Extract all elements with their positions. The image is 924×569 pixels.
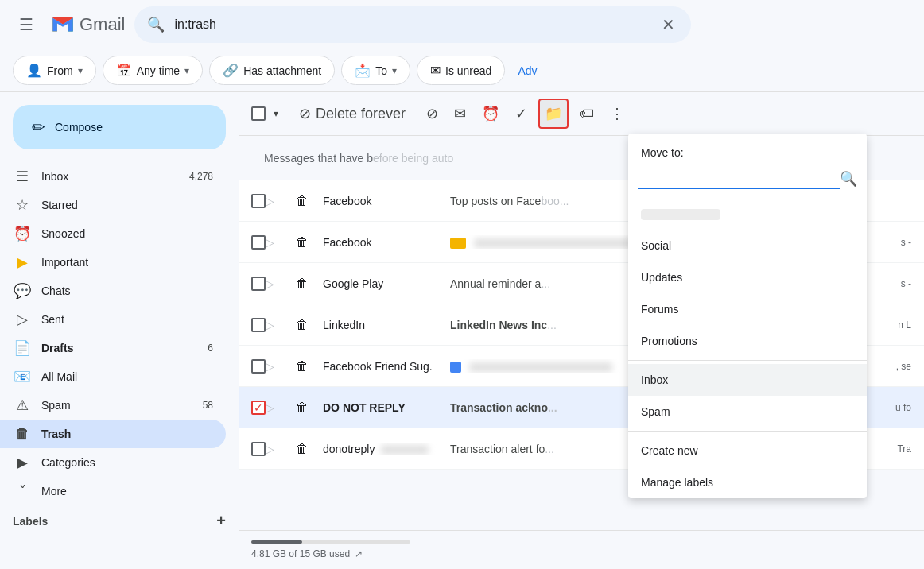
any-time-filter[interactable]: 📅 Any time ▾ (103, 56, 203, 85)
delete-forever-button[interactable]: ⊘ Delete forever (289, 100, 415, 127)
is-unread-label: Is unread (445, 64, 491, 77)
snooze-button[interactable]: ⏰ (477, 100, 504, 127)
calendar-icon: 📅 (116, 63, 132, 78)
all-mail-label: All Mail (41, 370, 213, 383)
gmail-wordmark: Gmail (80, 14, 125, 35)
storage-fill (251, 540, 302, 544)
drafts-label: Drafts (41, 342, 208, 354)
sidebar-item-drafts[interactable]: 📄 Drafts 6 (0, 334, 226, 362)
email-checkbox-5[interactable] (251, 359, 266, 374)
select-dropdown-button[interactable]: ▾ (269, 103, 283, 124)
blurred-label-item (628, 199, 867, 230)
move-to-forums[interactable]: Forums (628, 293, 867, 325)
move-to-search-icon: 🔍 (840, 170, 857, 188)
main-content: ✏ Compose ☰ Inbox 4,278 ☆ Starred ⏰ Snoo… (0, 92, 924, 569)
email-sender-5: Facebook Friend Sug. (323, 360, 450, 373)
sidebar: ✏ Compose ☰ Inbox 4,278 ☆ Starred ⏰ Snoo… (0, 92, 239, 569)
sidebar-item-chats[interactable]: 💬 Chats (0, 277, 226, 305)
blurred-label (641, 209, 720, 220)
labels-text: Labels (13, 515, 48, 528)
sidebar-item-trash[interactable]: 🗑 Trash (0, 420, 226, 448)
is-unread-filter[interactable]: ✉ Is unread (417, 56, 505, 85)
drafts-icon: 📄 (13, 339, 32, 357)
select-all-checkbox[interactable] (251, 106, 266, 121)
email-checkbox-4[interactable] (251, 318, 266, 332)
move-to-promotions[interactable]: Promotions (628, 325, 867, 357)
any-time-chevron: ▾ (184, 65, 189, 76)
sender-icon-6: 🗑 (291, 397, 313, 419)
starred-label: Starred (41, 199, 213, 211)
email-sender-1: Facebook (323, 195, 450, 207)
move-to-spam[interactable]: Spam (628, 396, 867, 428)
compose-icon: ✏ (32, 118, 45, 137)
email-sender-2: Facebook (323, 236, 450, 249)
inbox-label: Inbox (41, 170, 189, 183)
sent-icon: ▷ (13, 311, 32, 328)
sender-icon-1: 🗑 (291, 190, 313, 212)
labels-section-header: Labels + (0, 505, 239, 536)
move-to-social[interactable]: Social (628, 230, 867, 261)
compose-button[interactable]: ✏ Compose (13, 105, 226, 149)
all-mail-icon: 📧 (13, 368, 32, 385)
mark-important-button[interactable]: ✓ (511, 100, 532, 127)
snoozed-icon: ⏰ (13, 225, 32, 242)
move-to-search-input[interactable] (638, 168, 840, 189)
report-icon-button[interactable]: ⊘ (421, 100, 443, 127)
email-checkbox-7[interactable] (251, 442, 266, 456)
move-to-inbox[interactable]: Inbox (628, 364, 867, 396)
email-checkbox-2[interactable] (251, 235, 266, 250)
sidebar-item-inbox[interactable]: ☰ Inbox 4,278 (0, 162, 226, 191)
search-input[interactable] (174, 17, 658, 32)
from-filter[interactable]: 👤 From ▾ (13, 56, 96, 85)
email-checkbox-1[interactable] (251, 194, 266, 208)
sidebar-item-categories[interactable]: ▶ Categories (0, 448, 226, 477)
search-icon: 🔍 (147, 16, 165, 33)
email-section: ▾ ⊘ Delete forever ⊘ ✉ ⏰ ✓ 📁 🏷 ⋮ Message… (239, 92, 924, 569)
move-to-search-bar: 🔍 (628, 165, 867, 199)
sidebar-item-more[interactable]: ˅ More (0, 477, 226, 505)
sender-icon-2: 🗑 (291, 231, 313, 254)
sidebar-item-important[interactable]: ▶ Important (0, 248, 226, 277)
sidebar-item-spam[interactable]: ⚠ Spam 58 (0, 391, 226, 420)
sidebar-item-all-mail[interactable]: 📧 All Mail (0, 362, 226, 391)
sent-label: Sent (41, 313, 213, 326)
move-to-updates[interactable]: Updates (628, 261, 867, 293)
forward-icon-3: ▷ (266, 277, 285, 290)
compose-label: Compose (55, 121, 103, 134)
mark-read-button[interactable]: ✉ (449, 100, 471, 127)
email-checkbox-6[interactable]: ✓ (251, 401, 266, 415)
sidebar-item-starred[interactable]: ☆ Starred (0, 191, 226, 219)
email-checkbox-3[interactable] (251, 277, 266, 291)
labels-button[interactable]: 🏷 (575, 101, 599, 127)
chats-icon: 💬 (13, 282, 32, 300)
forward-icon-6: ▷ (266, 401, 285, 414)
more-actions-button[interactable]: ⋮ (605, 100, 629, 127)
forward-icon-2: ▷ (266, 236, 285, 249)
to-label: To (375, 64, 387, 77)
advanced-search-link[interactable]: Adv (511, 58, 543, 83)
snoozed-label: Snoozed (41, 227, 213, 240)
forward-icon-7: ▷ (266, 443, 285, 455)
sidebar-item-snoozed[interactable]: ⏰ Snoozed (0, 219, 226, 248)
to-icon: 📩 (355, 63, 371, 78)
storage-link-icon[interactable]: ↗ (355, 548, 363, 559)
move-to-button[interactable]: 📁 (538, 99, 569, 129)
move-to-dropdown: Move to: 🔍 Social Updates Forums Promoti… (628, 134, 867, 498)
categories-label: Categories (41, 456, 213, 469)
spam-count: 58 (203, 400, 213, 411)
has-attachment-filter[interactable]: 🔗 Has attachment (209, 56, 335, 85)
menu-icon[interactable]: ☰ (13, 9, 40, 41)
from-label: From (47, 64, 73, 77)
spam-icon: ⚠ (13, 397, 32, 414)
add-label-button[interactable]: + (216, 512, 226, 530)
close-search-icon[interactable]: ✕ (658, 12, 678, 37)
spam-label: Spam (41, 399, 203, 412)
forward-icon-1: ▷ (266, 195, 285, 207)
move-to-create-new[interactable]: Create new (628, 435, 867, 466)
sidebar-item-sent[interactable]: ▷ Sent (0, 305, 226, 334)
more-label: More (41, 485, 213, 497)
to-filter[interactable]: 📩 To ▾ (341, 56, 410, 85)
email-sender-7: donotreply (323, 443, 450, 455)
from-icon: 👤 (26, 63, 42, 78)
move-to-manage-labels[interactable]: Manage labels (628, 466, 867, 498)
